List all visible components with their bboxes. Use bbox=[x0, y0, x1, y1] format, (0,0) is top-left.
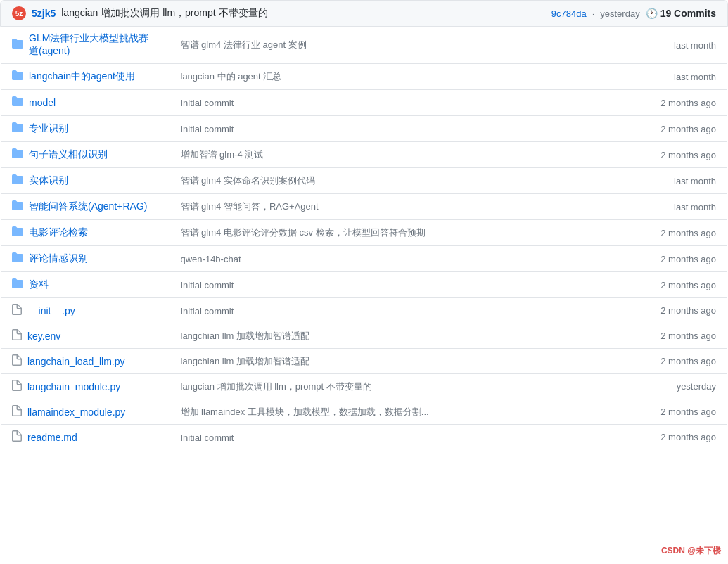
file-timestamp: 2 months ago bbox=[630, 425, 728, 450]
file-name-link[interactable]: langchain_load_llm.py bbox=[27, 356, 125, 367]
file-timestamp: 2 months ago bbox=[630, 349, 728, 374]
file-name-link[interactable]: llamaindex_module.py bbox=[27, 406, 125, 418]
file-icon bbox=[12, 304, 22, 317]
username-link[interactable]: 5zjk5 bbox=[32, 8, 56, 19]
file-name-link[interactable]: 电影评论检索 bbox=[29, 226, 88, 239]
table-row: 电影评论检索智谱 glm4 电影评论评分数据 csv 检索，让模型回答符合预期2… bbox=[1, 220, 728, 246]
commit-message-link[interactable]: 智谱 glm4 电影评论评分数据 csv 检索，让模型回答符合预期 bbox=[181, 227, 426, 238]
table-row: modelInitial commit2 months ago bbox=[1, 90, 728, 116]
file-name-link[interactable]: GLM法律行业大模型挑战赛道(agent) bbox=[29, 32, 158, 58]
table-row: langchain_load_llm.pylangchian llm 加载增加智… bbox=[1, 349, 728, 374]
file-timestamp: 2 months ago bbox=[630, 246, 728, 272]
table-row: 专业识别Initial commit2 months ago bbox=[1, 116, 728, 142]
table-row: langchain中的agent使用langcian 中的 agent 汇总la… bbox=[1, 64, 728, 90]
commit-message-link[interactable]: Initial commit bbox=[181, 280, 234, 290]
file-icon bbox=[12, 430, 22, 444]
folder-icon bbox=[12, 200, 23, 214]
file-timestamp: 2 months ago bbox=[630, 116, 728, 142]
file-timestamp: 2 months ago bbox=[630, 298, 728, 323]
file-timestamp: last month bbox=[630, 168, 728, 194]
file-timestamp: last month bbox=[630, 194, 728, 220]
file-icon bbox=[12, 380, 22, 393]
file-name-link[interactable]: langchain_module.py bbox=[27, 381, 120, 392]
table-row: readme.mdInitial commit2 months ago bbox=[1, 425, 728, 450]
folder-icon bbox=[12, 70, 23, 84]
file-name-link[interactable]: 评论情感识别 bbox=[29, 252, 88, 265]
commit-message-link[interactable]: Initial commit bbox=[181, 124, 234, 134]
table-row: 实体识别智谱 glm4 实体命名识别案例代码last month bbox=[1, 168, 728, 194]
file-timestamp: 2 months ago bbox=[630, 272, 728, 298]
file-icon bbox=[12, 329, 22, 342]
commit-message-link[interactable]: 智谱 glm4 实体命名识别案例代码 bbox=[181, 175, 315, 186]
file-icon bbox=[12, 405, 22, 418]
folder-icon bbox=[12, 96, 23, 110]
file-timestamp: 2 months ago bbox=[630, 399, 728, 425]
file-name-link[interactable]: 智能问答系统(Agent+RAG) bbox=[29, 200, 147, 213]
separator: · bbox=[592, 8, 595, 19]
table-row: 句子语义相似识别增加智谱 glm-4 测试2 months ago bbox=[1, 142, 728, 168]
file-timestamp: 2 months ago bbox=[630, 220, 728, 246]
table-row: 智能问答系统(Agent+RAG)智谱 glm4 智能问答，RAG+Agentl… bbox=[1, 194, 728, 220]
avatar: 5z bbox=[12, 6, 26, 20]
folder-icon bbox=[12, 278, 23, 292]
file-timestamp: 2 months ago bbox=[630, 142, 728, 168]
file-name-link[interactable]: 句子语义相似识别 bbox=[29, 148, 108, 161]
commit-message-link[interactable]: langchian llm 加载增加智谱适配 bbox=[181, 356, 310, 366]
repo-container: 5z 5zjk5 langcian 增加批次调用 llm，prompt 不带变量… bbox=[0, 0, 728, 450]
folder-icon bbox=[12, 174, 23, 188]
commit-header: 5z 5zjk5 langcian 增加批次调用 llm，prompt 不带变量… bbox=[0, 0, 728, 27]
file-name-link[interactable]: model bbox=[29, 97, 56, 108]
table-row: key.envlangchian llm 加载增加智谱适配2 months ag… bbox=[1, 323, 728, 349]
folder-icon bbox=[12, 226, 23, 240]
table-row: langchain_module.pylangcian 增加批次调用 llm，p… bbox=[1, 374, 728, 399]
file-timestamp: 2 months ago bbox=[630, 90, 728, 116]
commit-message-link[interactable]: qwen-14b-chat bbox=[181, 254, 241, 264]
file-name-link[interactable]: langchain中的agent使用 bbox=[29, 70, 135, 83]
commit-message-link[interactable]: Initial commit bbox=[181, 98, 234, 108]
commit-message-link[interactable]: 增加智谱 glm-4 测试 bbox=[181, 149, 264, 160]
table-row: llamaindex_module.py增加 llamaindex 工具模块，加… bbox=[1, 399, 728, 425]
file-name-link[interactable]: 实体识别 bbox=[29, 174, 68, 187]
file-name-link[interactable]: readme.md bbox=[27, 432, 77, 443]
file-icon bbox=[12, 354, 22, 368]
file-timestamp: last month bbox=[630, 64, 728, 90]
file-name-link[interactable]: 资料 bbox=[29, 278, 49, 291]
commits-button[interactable]: 🕐 19 Commits bbox=[646, 8, 716, 19]
table-row: 评论情感识别qwen-14b-chat2 months ago bbox=[1, 246, 728, 272]
table-row: 资料Initial commit2 months ago bbox=[1, 272, 728, 298]
file-timestamp: 2 months ago bbox=[630, 323, 728, 349]
commit-message-link[interactable]: 智谱 glm4 智能问答，RAG+Agent bbox=[181, 201, 319, 212]
folder-icon bbox=[12, 148, 23, 162]
file-table: GLM法律行业大模型挑战赛道(agent)智谱 glm4 法律行业 agent … bbox=[0, 27, 728, 450]
commit-message-link[interactable]: langcian 增加批次调用 llm，prompt 不带变量的 bbox=[181, 381, 372, 392]
folder-icon bbox=[12, 122, 23, 136]
file-timestamp: last month bbox=[630, 27, 728, 64]
folder-icon bbox=[12, 252, 23, 266]
commit-hash-link[interactable]: 9c784da bbox=[551, 8, 587, 19]
table-row: GLM法律行业大模型挑战赛道(agent)智谱 glm4 法律行业 agent … bbox=[1, 27, 728, 64]
commit-message-link[interactable]: langchian llm 加载增加智谱适配 bbox=[181, 331, 310, 341]
commits-count-label: 19 Commits bbox=[660, 8, 716, 19]
file-name-link[interactable]: __init__.py bbox=[27, 305, 75, 316]
file-timestamp: yesterday bbox=[630, 374, 728, 399]
commit-message-link[interactable]: Initial commit bbox=[181, 432, 234, 443]
file-name-link[interactable]: 专业识别 bbox=[29, 122, 68, 135]
folder-icon bbox=[12, 38, 23, 52]
latest-commit-message: langcian 增加批次调用 llm，prompt 不带变量的 bbox=[61, 7, 267, 20]
file-name-link[interactable]: key.env bbox=[27, 331, 60, 342]
table-row: __init__.pyInitial commit2 months ago bbox=[1, 298, 728, 323]
commit-message-link[interactable]: 智谱 glm4 法律行业 agent 案例 bbox=[181, 39, 307, 50]
commit-message-link[interactable]: Initial commit bbox=[181, 306, 234, 316]
commit-message-link[interactable]: 增加 llamaindex 工具模块，加载模型，数据加载，数据分割... bbox=[181, 406, 429, 417]
commit-timestamp: yesterday bbox=[600, 8, 639, 19]
commits-clock-icon: 🕐 bbox=[646, 8, 658, 19]
commit-message-link[interactable]: langcian 中的 agent 汇总 bbox=[181, 71, 282, 82]
